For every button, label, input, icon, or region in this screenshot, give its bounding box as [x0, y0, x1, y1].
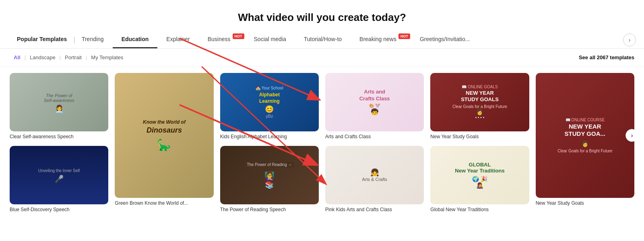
- template-label-t3: Green Brown Know the World of...: [115, 200, 213, 207]
- filter-all[interactable]: All: [10, 53, 25, 62]
- template-column-1: The Power ofSelf-awareness 👩‍💼 Clear Sel…: [6, 73, 111, 213]
- page-title: What video will you create today?: [0, 0, 644, 31]
- template-card-t10[interactable]: 📖 ONLINE COURSE NEW YEARSTUDY GOA... 👩 C…: [536, 73, 634, 207]
- filter-portrait[interactable]: Portrait: [61, 53, 86, 62]
- template-label-t9: Global New Year Traditions: [430, 207, 529, 213]
- hot-badge-breaking: HOT: [398, 33, 410, 39]
- template-thumbnail-t2: Unveiling the Inner Self 🎤: [10, 146, 108, 204]
- template-label-t1: Clear Self-awareness Speech: [10, 134, 108, 140]
- see-all-count: See all 2067 templates: [579, 54, 634, 60]
- template-label-t6: Arts and Crafts Class: [325, 134, 424, 140]
- template-card-t9[interactable]: GLOBALNew Year Traditions 🌍 🎉 👩‍🎤 Global…: [430, 146, 529, 213]
- template-thumbnail-t8: 📖 ONLINE GOALS NEW YEARSTUDY GOALS Clear…: [430, 73, 529, 131]
- template-card-t3[interactable]: Know the World ofDinosaurs 🦕 Green Brown…: [115, 73, 213, 207]
- template-thumbnail-t5: The Power of Reading → 👩‍🏫 📚: [220, 146, 319, 204]
- template-label-t7: Pink Kids Arts and Crafts Class: [325, 207, 424, 213]
- template-column-2: Know the World ofDinosaurs 🦕 Green Brown…: [111, 73, 217, 213]
- tab-popular[interactable]: Popular Templates: [8, 31, 76, 48]
- tab-trending[interactable]: Trending: [73, 31, 113, 48]
- template-thumbnail-t7: 👧 Arts & Crafts: [325, 146, 424, 204]
- template-thumbnail-t6: Arts andCrafts Class 🎨 ✂️ 🧒: [325, 73, 424, 131]
- template-card-t8[interactable]: 📖 ONLINE GOALS NEW YEARSTUDY GOALS Clear…: [430, 73, 529, 140]
- filter-landscape[interactable]: Landscape: [26, 53, 60, 62]
- template-card-t2[interactable]: Unveiling the Inner Self 🎤 Blue Self-Dis…: [10, 146, 108, 213]
- template-label-t10: New Year Study Goals: [536, 200, 634, 207]
- template-thumbnail-t1: The Power ofSelf-awareness 👩‍💼: [10, 73, 108, 131]
- template-label-t2: Blue Self-Discovery Speech: [10, 207, 108, 213]
- template-card-t5[interactable]: The Power of Reading → 👩‍🏫 📚 The Power o…: [220, 146, 319, 213]
- template-thumbnail-t4: 🏫 Your School AlphabetLearning 😊 yBz: [220, 73, 319, 131]
- template-card-t1[interactable]: The Power ofSelf-awareness 👩‍💼 Clear Sel…: [10, 73, 108, 140]
- template-column-6: 📖 ONLINE COURSE NEW YEARSTUDY GOA... 👩 C…: [533, 73, 638, 213]
- tab-education[interactable]: Education: [113, 31, 158, 48]
- template-label-t5: The Power of Reading Speech: [220, 207, 319, 213]
- template-thumbnail-t9: GLOBALNew Year Traditions 🌍 🎉 👩‍🎤: [430, 146, 529, 204]
- tab-social[interactable]: Social media: [245, 31, 295, 48]
- tab-business[interactable]: Business HOT: [199, 31, 245, 48]
- template-card-t4[interactable]: 🏫 Your School AlphabetLearning 😊 yBz Kid…: [220, 73, 319, 140]
- templates-next-button[interactable]: ›: [625, 129, 634, 142]
- tabs-bar: Popular Templates | Trending Education E…: [0, 31, 644, 49]
- template-label-t4: Kids English Alphabet Learning: [220, 134, 319, 140]
- templates-grid: The Power ofSelf-awareness 👩‍💼 Clear Sel…: [0, 66, 644, 213]
- page-wrapper: What video will you create today? Popula…: [0, 0, 644, 213]
- tab-tutorial[interactable]: Tutorial/How-to: [295, 31, 351, 48]
- tabs-next-button[interactable]: ›: [623, 33, 636, 46]
- template-column-5: 📖 ONLINE GOALS NEW YEARSTUDY GOALS Clear…: [427, 73, 532, 213]
- filter-my-templates[interactable]: My Templates: [87, 53, 127, 62]
- templates-area: The Power ofSelf-awareness 👩‍💼 Clear Sel…: [0, 66, 644, 213]
- tab-greetings[interactable]: Greetings/Invitatio...: [411, 31, 479, 48]
- template-thumbnail-t3: Know the World ofDinosaurs 🦕: [115, 73, 213, 198]
- filter-bar: All | Landscape | Portrait | My Template…: [0, 49, 644, 66]
- template-column-4: Arts andCrafts Class 🎨 ✂️ 🧒 Arts and Cra…: [322, 73, 427, 213]
- template-thumbnail-t10: 📖 ONLINE COURSE NEW YEARSTUDY GOA... 👩 C…: [536, 73, 634, 198]
- template-label-t8: New Year Study Goals: [430, 134, 529, 140]
- tab-explainer[interactable]: Explainer: [157, 31, 198, 48]
- template-column-3: 🏫 Your School AlphabetLearning 😊 yBz Kid…: [217, 73, 322, 213]
- hot-badge-business: HOT: [233, 33, 244, 39]
- template-card-t7[interactable]: 👧 Arts & Crafts Pink Kids Arts and Craft…: [325, 146, 424, 213]
- tab-breaking[interactable]: Breaking news HOT: [351, 31, 411, 48]
- template-card-t6[interactable]: Arts andCrafts Class 🎨 ✂️ 🧒 Arts and Cra…: [325, 73, 424, 140]
